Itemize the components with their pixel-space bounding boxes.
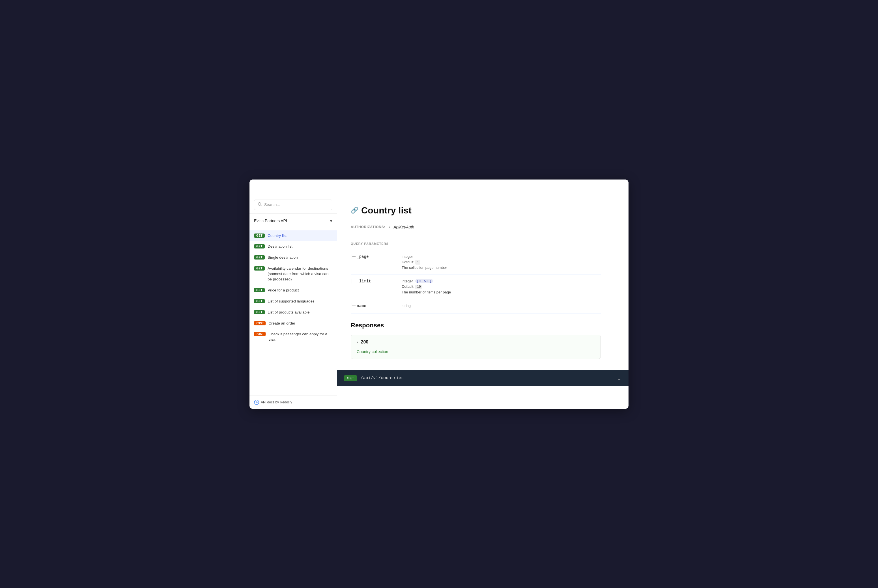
method-badge-4: GET bbox=[254, 288, 265, 292]
bottom-bar-left: GET /api/v1/countries bbox=[344, 375, 404, 381]
nav-item-1[interactable]: GETDestination list bbox=[250, 241, 337, 252]
nav-label-7: Create an order bbox=[268, 321, 295, 326]
nav-item-6[interactable]: GETList of products available bbox=[250, 307, 337, 318]
nav-item-3[interactable]: GETAvailability calendar for destination… bbox=[250, 263, 337, 285]
top-bar bbox=[250, 180, 628, 195]
link-icon: 🔗 bbox=[351, 207, 358, 214]
responses-section: Responses ›200Country collection bbox=[351, 322, 601, 359]
expand-button[interactable]: ⌄ bbox=[617, 375, 622, 382]
sidebar-footer: API docs by Redocly bbox=[250, 396, 337, 409]
method-badge-3: GET bbox=[254, 266, 265, 270]
api-selector-name: Evisa Partners API bbox=[254, 219, 287, 223]
nav-items: GETCountry listGETDestination listGETSin… bbox=[250, 228, 337, 396]
param-desc-0: The collection page number bbox=[401, 266, 601, 270]
main-layout: Search... Evisa Partners API ▾ GETCountr… bbox=[250, 195, 628, 409]
response-link-0[interactable]: Country collection bbox=[357, 350, 388, 354]
param-name-1: _limit bbox=[357, 279, 371, 284]
param-details-2: string bbox=[401, 304, 601, 309]
nav-label-8: Check if passenger can apply for a visa bbox=[268, 332, 332, 342]
svg-point-2 bbox=[254, 400, 259, 405]
content-area: 🔗 Country list AUTHORIZATIONS: › ApiKeyA… bbox=[337, 195, 614, 370]
response-card: ›200Country collection bbox=[351, 335, 601, 359]
response-chevron-icon-0: › bbox=[357, 340, 358, 344]
search-container: Search... bbox=[250, 195, 337, 214]
param-tree-2: └─ name bbox=[351, 304, 401, 309]
responses-title: Responses bbox=[351, 322, 601, 329]
page-title: 🔗 Country list bbox=[351, 205, 601, 216]
param-row-1: ├─ _limitinteger[ 0 .. 500 ]Default: 10T… bbox=[351, 274, 601, 299]
param-tree-0: ├─ _page bbox=[351, 254, 401, 260]
nav-item-7[interactable]: POSTCreate an order bbox=[250, 318, 337, 329]
param-type-0: integer bbox=[401, 254, 413, 259]
nav-label-4: Price for a product bbox=[268, 288, 299, 293]
nav-label-0: Country list bbox=[268, 233, 287, 238]
auth-value: ApiKeyAuth bbox=[394, 225, 414, 229]
param-default-0: Default: 1 bbox=[401, 260, 601, 264]
param-row-0: ├─ _pageintegerDefault: 1The collection … bbox=[351, 250, 601, 274]
nav-item-8[interactable]: POSTCheck if passenger can apply for a v… bbox=[250, 329, 337, 345]
method-badge-6: GET bbox=[254, 310, 265, 314]
method-badge-8: POST bbox=[254, 332, 266, 336]
app-container: Search... Evisa Partners API ▾ GETCountr… bbox=[250, 180, 628, 409]
param-name-0: _page bbox=[357, 254, 368, 259]
search-placeholder: Search... bbox=[264, 202, 280, 207]
auth-label: AUTHORIZATIONS: bbox=[351, 225, 385, 229]
tree-connector-0: ├─ bbox=[351, 254, 356, 258]
nav-label-5: List of supported languages bbox=[268, 299, 314, 304]
tree-connector-2: └─ bbox=[351, 304, 356, 308]
param-range-1: [ 0 .. 500 ] bbox=[415, 279, 433, 283]
bottom-method-badge: GET bbox=[344, 375, 357, 381]
param-name-2: name bbox=[357, 304, 366, 308]
params-container: ├─ _pageintegerDefault: 1The collection … bbox=[351, 250, 601, 314]
method-badge-1: GET bbox=[254, 244, 265, 249]
nav-label-6: List of products available bbox=[268, 310, 310, 315]
param-type-1: integer bbox=[401, 279, 413, 283]
bottom-bar: GET /api/v1/countries ⌄ bbox=[337, 370, 628, 386]
footer-label: API docs by Redocly bbox=[261, 400, 292, 404]
query-params-label: QUERY PARAMETERS bbox=[351, 242, 601, 245]
page-title-text: Country list bbox=[361, 205, 412, 216]
method-badge-2: GET bbox=[254, 255, 265, 260]
param-row-2: └─ namestring bbox=[351, 299, 601, 314]
method-badge-0: GET bbox=[254, 234, 265, 238]
nav-label-3: Availability calendar for destinations (… bbox=[268, 266, 332, 282]
tree-connector-1: ├─ bbox=[351, 279, 356, 283]
param-tree-1: ├─ _limit bbox=[351, 279, 401, 284]
response-header-0[interactable]: ›200 bbox=[351, 335, 600, 349]
param-desc-1: The number of items per page bbox=[401, 290, 601, 294]
redocly-logo: API docs by Redocly bbox=[254, 400, 292, 405]
sidebar: Search... Evisa Partners API ▾ GETCountr… bbox=[250, 195, 337, 409]
param-default-1: Default: 10 bbox=[401, 284, 601, 289]
response-body-0: Country collection bbox=[351, 349, 600, 359]
auth-expand-button[interactable]: › bbox=[388, 225, 391, 229]
svg-line-1 bbox=[261, 205, 262, 206]
search-icon bbox=[258, 202, 262, 207]
param-type-2: string bbox=[401, 304, 411, 308]
response-status-0: 200 bbox=[361, 339, 368, 345]
params-section: QUERY PARAMETERS ├─ _pageintegerDefault:… bbox=[351, 242, 601, 314]
api-selector[interactable]: Evisa Partners API ▾ bbox=[250, 214, 337, 228]
nav-item-2[interactable]: GETSingle destination bbox=[250, 252, 337, 263]
nav-label-1: Destination list bbox=[268, 244, 292, 249]
nav-label-2: Single destination bbox=[268, 255, 298, 260]
nav-item-4[interactable]: GETPrice for a product bbox=[250, 285, 337, 296]
method-badge-5: GET bbox=[254, 299, 265, 303]
auth-row: AUTHORIZATIONS: › ApiKeyAuth bbox=[351, 225, 601, 229]
main-content: 🔗 Country list AUTHORIZATIONS: › ApiKeyA… bbox=[337, 195, 628, 409]
param-details-0: integerDefault: 1The collection page num… bbox=[401, 254, 601, 270]
nav-item-0[interactable]: GETCountry list bbox=[250, 230, 337, 242]
nav-item-5[interactable]: GETList of supported languages bbox=[250, 296, 337, 307]
divider bbox=[351, 236, 601, 236]
param-details-1: integer[ 0 .. 500 ]Default: 10The number… bbox=[401, 279, 601, 294]
method-badge-7: POST bbox=[254, 321, 266, 326]
chevron-down-icon: ▾ bbox=[330, 218, 332, 224]
search-box[interactable]: Search... bbox=[254, 200, 332, 210]
endpoint-path: /api/v1/countries bbox=[360, 376, 404, 381]
